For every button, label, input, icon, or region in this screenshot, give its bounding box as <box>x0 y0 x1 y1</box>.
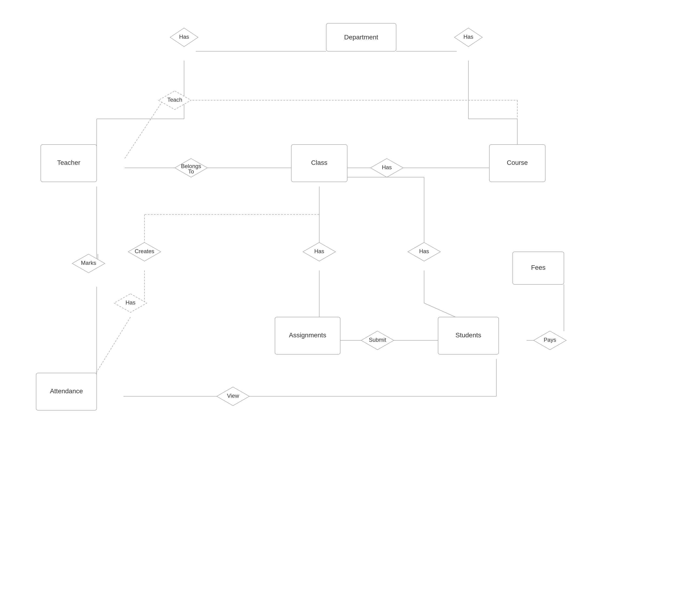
relation-has6-label: Has <box>126 299 136 306</box>
entity-students-label: Students <box>456 331 482 339</box>
entity-class-label: Class <box>311 159 327 166</box>
relation-has4-label: Has <box>314 248 324 254</box>
relation-has2-label: Has <box>463 34 474 40</box>
relation-view-label: View <box>227 393 239 399</box>
entity-course-label: Course <box>507 159 528 166</box>
relation-has5-label: Has <box>419 248 429 254</box>
relation-has1-label: Has <box>179 34 189 40</box>
relation-pays-label: Pays <box>544 337 556 343</box>
entity-department-label: Department <box>344 34 378 41</box>
relation-has3-label: Has <box>382 164 392 170</box>
conn-teacher-teach <box>125 100 163 159</box>
entity-fees-label: Fees <box>531 264 546 271</box>
entity-attendance-label: Attendance <box>50 388 83 395</box>
relation-creates-label: Creates <box>135 248 154 254</box>
conn-has6-attendance <box>93 317 131 378</box>
relation-belongsto-label2: To <box>188 168 194 175</box>
relation-marks-label: Marks <box>81 260 96 266</box>
entity-assignments-label: Assignments <box>289 331 326 339</box>
entity-teacher-label: Teacher <box>57 159 80 166</box>
relation-submit-label: Submit <box>369 337 386 343</box>
relation-teach-label: Teach <box>167 97 182 103</box>
